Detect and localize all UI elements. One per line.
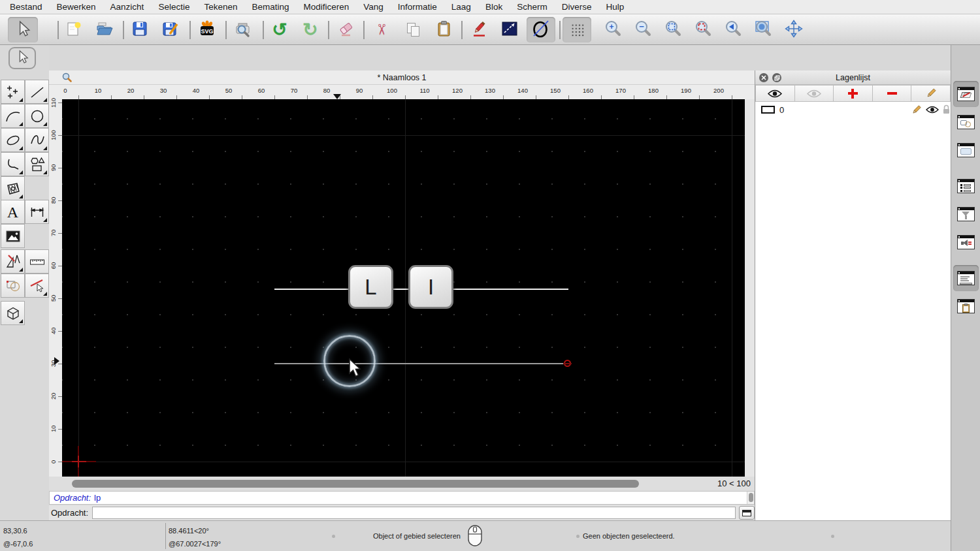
layers-panel-toggle[interactable] xyxy=(953,81,979,107)
cut-button[interactable]: ✂ xyxy=(368,17,395,42)
drawing-canvas[interactable]: L I xyxy=(62,99,745,477)
dimension-tool[interactable] xyxy=(25,200,49,224)
edit-pencil-button[interactable] xyxy=(466,17,493,42)
zoom-window-button[interactable] xyxy=(750,17,776,42)
layer-add-button[interactable] xyxy=(834,85,873,102)
command-panel-toggle[interactable] xyxy=(953,265,979,291)
zoom-extents-button[interactable] xyxy=(660,17,686,42)
menu-diverse[interactable]: Diverse xyxy=(562,2,592,12)
pan-button[interactable] xyxy=(781,17,807,42)
line-endpoint-marker[interactable] xyxy=(564,360,571,367)
line-tool[interactable] xyxy=(25,80,49,104)
layer-visibility-eye-icon[interactable] xyxy=(926,106,939,116)
eraser-button[interactable] xyxy=(333,17,359,42)
box-3d-tool[interactable] xyxy=(1,301,25,325)
panel-close-button[interactable] xyxy=(759,73,768,82)
menu-laag[interactable]: Laag xyxy=(451,2,471,12)
list-panel-toggle[interactable] xyxy=(953,173,979,199)
hatch-tool[interactable] xyxy=(1,176,25,200)
hruler-label: 120 xyxy=(448,87,467,94)
ellipse-tool[interactable] xyxy=(1,128,25,152)
layer-row-0[interactable]: 0 xyxy=(755,102,951,118)
menu-modificeren[interactable]: Modificeren xyxy=(304,2,350,12)
save-button[interactable] xyxy=(127,17,153,42)
layer-lock-icon[interactable] xyxy=(942,104,951,116)
keycap-L[interactable]: L xyxy=(348,265,393,309)
history-scrollbar[interactable] xyxy=(747,492,754,504)
menu-bewerken[interactable]: Bewerken xyxy=(57,2,96,12)
view-magnifier-icon[interactable] xyxy=(62,72,72,84)
layer-edit-button[interactable] xyxy=(911,85,951,102)
hruler-label: 190 xyxy=(676,87,696,94)
filter-panel-toggle[interactable] xyxy=(953,201,979,227)
arc-tool[interactable] xyxy=(1,104,25,128)
ellipse-line-tool-button[interactable] xyxy=(527,17,555,42)
layer-show-all-button[interactable] xyxy=(755,85,795,102)
image-tool[interactable] xyxy=(1,224,25,248)
linestyle-button[interactable] xyxy=(497,17,523,42)
blank-panel-toggle[interactable] xyxy=(953,137,979,163)
strip-drag-handle[interactable] xyxy=(956,74,975,76)
layer-remove-button[interactable] xyxy=(873,85,912,102)
svg-export-button[interactable]: SVG xyxy=(194,17,220,42)
polygon-tool[interactable] xyxy=(25,152,49,176)
history-command: lp xyxy=(94,493,101,503)
grid-line-x0 xyxy=(78,99,79,477)
panel-dock-button[interactable] xyxy=(772,73,781,82)
menu-scherm[interactable]: Scherm xyxy=(517,2,547,12)
circle-tool[interactable] xyxy=(25,104,49,128)
polyline-tool[interactable] xyxy=(1,152,25,176)
horizontal-scrollbar-thumb[interactable] xyxy=(72,480,639,488)
zoom-selection-button[interactable] xyxy=(690,17,716,42)
print-preview-button[interactable] xyxy=(230,17,256,42)
svg-text:SVG: SVG xyxy=(201,28,213,35)
canvas-vertical-scrollbar[interactable] xyxy=(745,99,755,477)
palette-select-button[interactable] xyxy=(8,47,36,69)
status-coordinates-absolute: 83,30.6 xyxy=(3,527,27,535)
announce-panel-toggle[interactable] xyxy=(953,229,979,255)
copy-button[interactable] xyxy=(400,17,426,42)
drafting-tools[interactable] xyxy=(1,249,25,274)
toolbar-separator xyxy=(225,21,227,39)
select-tool-button[interactable] xyxy=(8,17,38,42)
keycap-I[interactable]: I xyxy=(408,265,453,309)
open-document-button[interactable] xyxy=(91,17,118,42)
hruler-label: 180 xyxy=(644,87,663,94)
menu-tekenen[interactable]: Tekenen xyxy=(204,2,237,12)
new-document-button[interactable] xyxy=(61,17,87,42)
command-window-button[interactable] xyxy=(739,506,755,520)
redo-button[interactable]: ↻ xyxy=(297,17,323,42)
grid-toggle-button[interactable] xyxy=(563,17,591,42)
menu-bemating[interactable]: Bemating xyxy=(252,2,289,12)
menu-hulp[interactable]: Hulp xyxy=(606,2,624,12)
palette-drag-handle[interactable] xyxy=(5,74,44,76)
zoom-out-button[interactable]: − xyxy=(630,17,656,42)
text-tool[interactable]: A xyxy=(1,200,25,224)
zoom-in-button[interactable]: + xyxy=(600,17,626,42)
layer-hide-all-button[interactable] xyxy=(795,85,834,102)
select-arrow-icon xyxy=(14,20,31,40)
properties-panel-toggle[interactable] xyxy=(953,109,979,135)
undo-button[interactable]: ↺ xyxy=(267,17,293,42)
layer-color-swatch[interactable] xyxy=(761,106,775,114)
menu-informatie[interactable]: Informatie xyxy=(398,2,437,12)
paste-button[interactable] xyxy=(431,17,457,42)
point-tool[interactable] xyxy=(1,80,25,104)
command-input[interactable] xyxy=(92,507,736,519)
clipboard-panel-toggle[interactable] xyxy=(953,293,979,319)
menu-blok[interactable]: Blok xyxy=(485,2,502,12)
document-title: * Naamloos 1 xyxy=(377,73,426,82)
menu-aanzicht[interactable]: Aanzicht xyxy=(110,2,144,12)
spline-tool[interactable] xyxy=(25,128,49,152)
eye-icon xyxy=(768,89,782,98)
drawn-line-lower[interactable] xyxy=(274,363,568,364)
save-as-button[interactable] xyxy=(157,17,184,42)
trim-tool[interactable] xyxy=(25,274,49,298)
measure-ruler-tool[interactable] xyxy=(25,249,49,274)
layer-edit-pencil-icon[interactable] xyxy=(911,104,922,118)
zoom-previous-button[interactable] xyxy=(720,17,746,42)
menu-bestand[interactable]: Bestand xyxy=(10,2,42,12)
menu-vang[interactable]: Vang xyxy=(363,2,384,12)
menu-selectie[interactable]: Selectie xyxy=(158,2,189,12)
modify-shapes-tool[interactable] xyxy=(1,274,25,298)
